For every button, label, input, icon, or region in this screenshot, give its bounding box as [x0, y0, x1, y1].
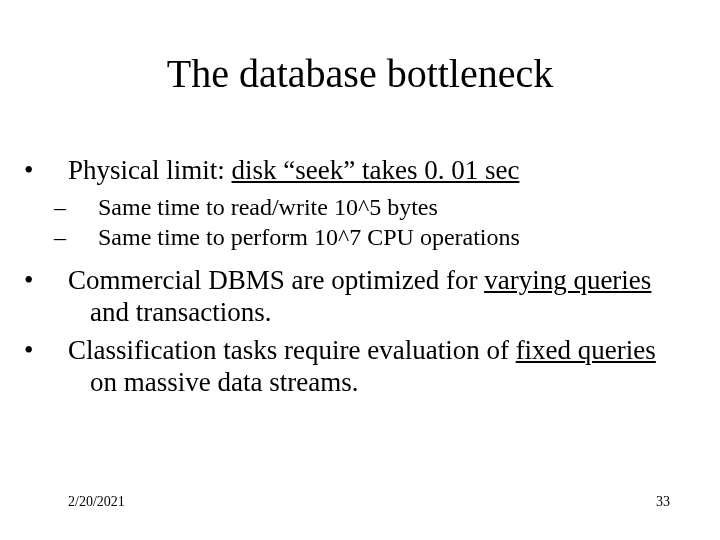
- slide-body: •Physical limit: disk “seek” takes 0. 01…: [68, 155, 668, 405]
- sub-bullet-1-text: Same time to read/write 10^5 bytes: [98, 194, 438, 220]
- footer-date: 2/20/2021: [68, 494, 125, 510]
- dash-icon: –: [76, 223, 98, 251]
- sub-bullet-2: –Same time to perform 10^7 CPU operation…: [68, 223, 668, 251]
- bullet-3: •Classification tasks require evaluation…: [68, 335, 668, 399]
- dash-icon: –: [76, 193, 98, 221]
- sub-bullet-2-text: Same time to perform 10^7 CPU operations: [98, 224, 520, 250]
- bullet-dot-icon: •: [46, 265, 68, 297]
- bullet-2-underline: varying queries: [484, 265, 651, 295]
- footer-page-number: 33: [656, 494, 670, 510]
- sub-bullet-1: –Same time to read/write 10^5 bytes: [68, 193, 668, 221]
- bullet-1: •Physical limit: disk “seek” takes 0. 01…: [68, 155, 668, 187]
- bullet-2-post: and transactions.: [90, 297, 271, 327]
- spacer: [68, 253, 668, 265]
- bullet-2: •Commercial DBMS are optimized for varyi…: [68, 265, 668, 329]
- slide-title: The database bottleneck: [0, 50, 720, 97]
- bullet-1-underline: disk “seek” takes 0. 01 sec: [232, 155, 520, 185]
- bullet-2-pre: Commercial DBMS are optimized for: [68, 265, 484, 295]
- bullet-dot-icon: •: [46, 335, 68, 367]
- bullet-3-pre: Classification tasks require evaluation …: [68, 335, 516, 365]
- bullet-3-post: on massive data streams.: [90, 367, 358, 397]
- bullet-1-pre: Physical limit:: [68, 155, 232, 185]
- bullet-dot-icon: •: [46, 155, 68, 187]
- slide: The database bottleneck •Physical limit:…: [0, 0, 720, 540]
- bullet-3-underline: fixed queries: [516, 335, 656, 365]
